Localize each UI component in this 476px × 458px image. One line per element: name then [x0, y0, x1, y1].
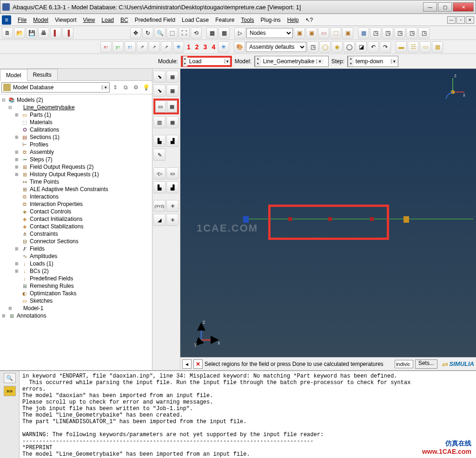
- tree-item[interactable]: ∿Amplitudes: [1, 252, 151, 260]
- tool-bc-manager-icon[interactable]: ▦: [166, 85, 178, 97]
- close-button[interactable]: ✕: [453, 2, 474, 12]
- tree-item[interactable]: ⊞Model-1: [1, 305, 151, 312]
- cube3-icon[interactable]: ▣: [342, 27, 353, 39]
- dg-circ2-icon[interactable]: ◉: [331, 41, 343, 53]
- tree-item[interactable]: ⬚Materials: [1, 119, 151, 126]
- tool-xyz-icon[interactable]: (XYZ): [153, 200, 165, 212]
- tool-sel2-icon[interactable]: ▭: [166, 167, 178, 179]
- prompt-back-button[interactable]: ◂: [182, 359, 192, 369]
- db-icon[interactable]: ▌: [50, 27, 61, 39]
- tree-item[interactable]: ⊟Line_Geometrybaike: [1, 104, 151, 111]
- expander-icon[interactable]: ⊞: [14, 135, 20, 139]
- new-icon[interactable]: 🗎: [2, 27, 13, 39]
- render1-icon[interactable]: ▦: [358, 27, 369, 39]
- link-icon[interactable]: ⬚: [330, 27, 341, 39]
- zoom-box-icon[interactable]: ⬚: [166, 27, 178, 39]
- mdi-close-button[interactable]: ✕: [466, 16, 474, 24]
- menu-view[interactable]: View: [80, 15, 98, 25]
- mdi-minimize-button[interactable]: —: [447, 16, 456, 24]
- expander-icon[interactable]: ⊞: [14, 150, 20, 154]
- tool-p2-icon[interactable]: ✳: [166, 214, 178, 226]
- tool-d2-icon[interactable]: ▟: [166, 181, 178, 193]
- tool-case-manager-icon[interactable]: ▦: [166, 116, 178, 128]
- mdi-restore-button[interactable]: ▫: [456, 16, 465, 24]
- csys-xz-icon[interactable]: ↗: [161, 41, 172, 53]
- fit-icon[interactable]: ⛶: [178, 27, 190, 39]
- tree-item[interactable]: ⊞↓Loads (1): [1, 260, 151, 267]
- csys-iso2-icon[interactable]: ✳: [218, 41, 229, 53]
- tree-item[interactable]: ⊞⊞Annotations: [1, 312, 151, 319]
- filter-icon[interactable]: ⚙: [131, 83, 140, 92]
- dg-circ1-icon[interactable]: ◯: [319, 41, 331, 53]
- copy-icon[interactable]: ⧉: [121, 83, 130, 92]
- tree-item[interactable]: ◈Contact Initializations: [1, 215, 151, 223]
- tool-load-create-icon[interactable]: ⬊: [153, 71, 165, 83]
- menu-bc[interactable]: BC: [118, 15, 131, 25]
- sets-button[interactable]: Sets...: [415, 359, 437, 369]
- menu-feature[interactable]: Feature: [212, 15, 237, 25]
- expander-icon[interactable]: ⊞: [14, 113, 20, 117]
- tree-item[interactable]: ⊞⊞History Output Requests (1): [1, 171, 151, 178]
- highlight-icon[interactable]: 💡: [141, 83, 151, 92]
- cube1-icon[interactable]: ▣: [294, 27, 305, 39]
- expander-icon[interactable]: ⊞: [7, 306, 13, 311]
- tool-case-create-icon[interactable]: ▥: [153, 116, 165, 128]
- tool-d1-icon[interactable]: ▙: [153, 181, 165, 193]
- step-combo[interactable]: ▴▾ temp-down ▾: [347, 56, 398, 67]
- csys-z-icon[interactable]: z↑: [125, 41, 136, 53]
- tool-field-manager-icon[interactable]: ▦: [167, 100, 178, 113]
- ex4-icon[interactable]: ▦: [432, 41, 443, 53]
- cursor-icon[interactable]: ▷: [234, 27, 245, 39]
- expander-icon[interactable]: ⊞: [14, 157, 20, 162]
- viewport[interactable]: z x z x y 1CAE.COM: [180, 69, 476, 370]
- tree-item[interactable]: ⧉Interaction Properties: [1, 200, 151, 208]
- tree-item[interactable]: ⊞▤Sections (1): [1, 133, 151, 141]
- module-combo[interactable]: ▴▾ Load ▾: [181, 56, 232, 67]
- tool-p1-icon[interactable]: ◢: [153, 214, 165, 226]
- expander-icon[interactable]: ⊞: [14, 246, 20, 251]
- tab-model[interactable]: Model: [0, 69, 27, 81]
- expander-icon[interactable]: ⊞: [1, 313, 7, 318]
- csys-x-icon[interactable]: x↑: [100, 41, 112, 53]
- render2-icon[interactable]: ◳: [370, 27, 381, 39]
- palette-icon[interactable]: 🎨: [234, 41, 245, 53]
- tree-item[interactable]: ⊞⧉Assembly: [1, 148, 151, 156]
- tool-edit-icon[interactable]: ✎: [153, 149, 165, 161]
- view-shortcut-1[interactable]: 1: [185, 43, 192, 51]
- tree-item[interactable]: ⊢Profiles: [1, 141, 151, 148]
- model-combo[interactable]: ▴▾ Line_Geometrybaike ▾: [254, 56, 329, 67]
- tree-item[interactable]: ⊞ALE Adaptive Mesh Constraints: [1, 186, 151, 193]
- expander-icon[interactable]: ⊞: [14, 165, 20, 169]
- tree-item[interactable]: ⊞Remeshing Rules: [1, 282, 151, 290]
- menu-tools[interactable]: Tools: [238, 15, 257, 25]
- tree-item[interactable]: ⊟📚Models (2): [1, 96, 151, 104]
- grid2-icon[interactable]: ▦: [218, 27, 230, 39]
- cycle-icon[interactable]: ⟲: [191, 27, 202, 39]
- pan-icon[interactable]: ✥: [130, 27, 141, 39]
- tool-amp2-icon[interactable]: ▟: [166, 135, 178, 147]
- menu-load[interactable]: Load: [99, 15, 117, 25]
- minimize-button[interactable]: —: [423, 2, 437, 12]
- render4-icon[interactable]: ◳: [394, 27, 405, 39]
- render3-icon[interactable]: ◳: [382, 27, 393, 39]
- console-text[interactable]: in keyword *ENDPART, file "daoxian.inp",…: [20, 371, 476, 458]
- spin-up-down-icon[interactable]: ⇕: [111, 83, 120, 92]
- expander-icon[interactable]: ⊞: [14, 269, 20, 273]
- rotate-icon[interactable]: ↻: [142, 27, 153, 39]
- view-shortcut-3[interactable]: 3: [202, 43, 209, 51]
- view-shortcut-4[interactable]: 4: [210, 43, 217, 51]
- expander-icon[interactable]: ⊞: [14, 172, 20, 177]
- dg-cube-icon[interactable]: ◳: [307, 41, 318, 53]
- print-icon[interactable]: 🖶: [38, 27, 49, 39]
- context-help-icon[interactable]: ↖?: [303, 15, 316, 25]
- tree-item[interactable]: ⊞⊞Field Output Requests (2): [1, 163, 151, 171]
- tool-sel1-icon[interactable]: ▫▷: [153, 167, 165, 179]
- tree-item[interactable]: ⊞▭Parts (1): [1, 111, 151, 119]
- tree-item[interactable]: ✪Calibrations: [1, 126, 151, 133]
- prompt-cancel-button[interactable]: ✕: [193, 359, 203, 369]
- menu-viewport[interactable]: Viewport: [52, 15, 79, 25]
- zoom-icon[interactable]: 🔍: [154, 27, 165, 39]
- csys-iso-icon[interactable]: ✳: [173, 41, 184, 53]
- tool-datum-icon[interactable]: ✳: [166, 200, 178, 212]
- tree-item[interactable]: ⧉Interactions: [1, 193, 151, 200]
